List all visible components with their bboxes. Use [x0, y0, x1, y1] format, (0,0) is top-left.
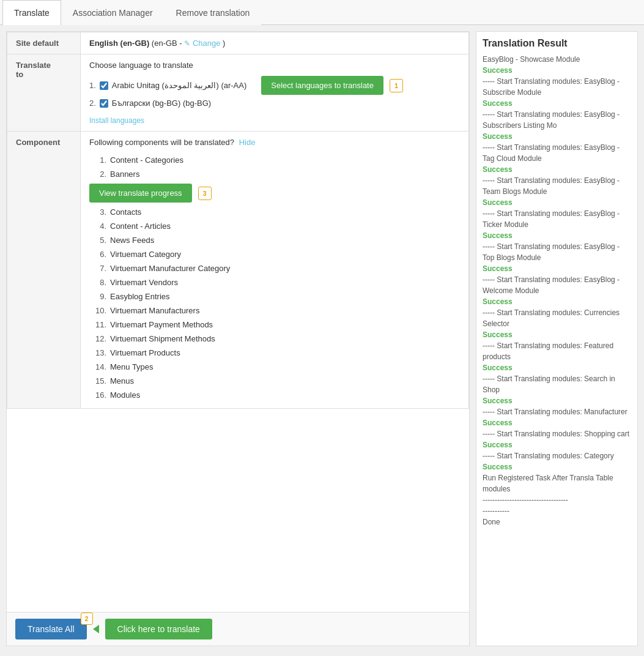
change-link[interactable]: Change: [193, 39, 221, 48]
component-list-item: 10.Virtuemart Manufacturers: [89, 304, 460, 318]
log-line: ----- Start Translating modules: Shoppin…: [483, 428, 631, 439]
translate-to-row: Translateto Choose language to translate…: [7, 54, 469, 132]
site-default-row: Site default English (en-GB) (en-GB - ✎ …: [7, 32, 469, 54]
tab-association-manager[interactable]: Association Manager: [61, 0, 165, 25]
main-layout: Site default English (en-GB) (en-GB - ✎ …: [0, 25, 644, 652]
translate-intro: Choose language to translate: [89, 61, 460, 70]
log-line: Success: [483, 164, 631, 175]
log-line: Success: [483, 65, 631, 76]
log-container: EasyBlog - Showcase ModuleSuccess----- S…: [483, 54, 631, 527]
log-line: ----- Start Translating modules: EasyBlo…: [483, 142, 631, 164]
log-line: Success: [483, 197, 631, 208]
log-line: Success: [483, 131, 631, 142]
log-line: Success: [483, 439, 631, 450]
log-line: ----- Start Translating modules: Search …: [483, 373, 631, 395]
lang-name-1: Arabic Unitag (العربية الموحدة) (ar-AA): [112, 81, 246, 90]
log-line: ----- Start Translating modules: EasyBlo…: [483, 241, 631, 263]
info-table: Site default English (en-GB) (en-GB - ✎ …: [7, 32, 469, 409]
tabs-bar: Translate Association Manager Remove tra…: [0, 0, 644, 25]
log-line: ----- Start Translating modules: EasyBlo…: [483, 208, 631, 230]
log-line: ----- Start Translating modules: EasyBlo…: [483, 109, 631, 131]
arrow-left-icon: [93, 625, 99, 633]
right-panel: Translation Result EasyBlog - Showcase M…: [476, 31, 638, 646]
log-line: Success: [483, 461, 631, 472]
view-progress-wrap: View translate progress 3: [89, 181, 460, 205]
lang-checkbox-2[interactable]: [100, 99, 108, 108]
component-list-item: 3.Contacts: [89, 205, 460, 219]
log-line: Success: [483, 296, 631, 307]
log-line: Success: [483, 230, 631, 241]
component-list-item: 12.Virtuemart Shipment Methods: [89, 332, 460, 346]
translate-to-content: Choose language to translate 1. Arabic U…: [81, 54, 469, 132]
footer-bar: Translate All 2 Click here to translate: [7, 612, 469, 646]
log-line: ----- Start Translating modules: Manufac…: [483, 406, 631, 417]
component-list-item: 5.News Feeds: [89, 233, 460, 247]
left-panel: Site default English (en-GB) (en-GB - ✎ …: [6, 31, 470, 646]
lang-num-1: 1.: [89, 81, 96, 90]
log-line: ----- Start Translating modules: EasyBlo…: [483, 175, 631, 197]
log-line: ----- Start Translating modules: EasyBlo…: [483, 76, 631, 98]
translate-all-button[interactable]: Translate All: [15, 619, 87, 639]
install-languages-link[interactable]: Install languages: [89, 116, 144, 125]
log-line: Run Registered Task After Transla Table …: [483, 472, 631, 494]
component-row: Component Following components will be t…: [7, 132, 469, 409]
component-list-item: 13.Virtuemart Products: [89, 346, 460, 360]
component-list-item: 16.Modules: [89, 388, 460, 402]
lang-num-2: 2.: [89, 99, 96, 108]
tab-translate[interactable]: Translate: [2, 0, 61, 25]
log-line: -----------------------------------: [483, 494, 631, 505]
site-default-suffix: (en-GB -: [152, 39, 184, 48]
badge-2: 2: [81, 613, 93, 625]
language-item-1: 1. Arabic Unitag (العربية الموحدة) (ar-A…: [89, 76, 460, 95]
tab-remove-translation[interactable]: Remove translation: [165, 0, 262, 25]
log-line: ----- Start Translating modules: EasyBlo…: [483, 274, 631, 296]
hide-link[interactable]: Hide: [239, 138, 256, 147]
badge-3: 3: [198, 187, 212, 200]
badge-1: 1: [390, 79, 403, 92]
lang-name-2: Български (bg-BG) (bg-BG): [112, 99, 211, 108]
component-list-item: 1.Content - Categories: [89, 153, 460, 167]
log-line: ----- Start Translating modules: Categor…: [483, 450, 631, 461]
component-list-item: 11.Virtuemart Payment Methods: [89, 318, 460, 332]
lang-checkbox-1[interactable]: [100, 81, 108, 90]
site-default-suffix2: ): [223, 39, 225, 48]
component-label: Component: [7, 132, 81, 409]
language-item-2: 2. Български (bg-BG) (bg-BG): [89, 99, 460, 108]
component-list-item: 15.Menus: [89, 374, 460, 388]
log-line: EasyBlog - Showcase Module: [483, 54, 631, 65]
component-list-item: 2.Banners: [89, 167, 460, 181]
component-list-item: 4.Content - Articles: [89, 219, 460, 233]
component-intro: Following components will be translated?…: [89, 138, 460, 147]
log-line: Success: [483, 329, 631, 340]
translate-all-wrap: Translate All 2: [15, 619, 87, 639]
log-line: Success: [483, 395, 631, 406]
component-list-item: 14.Menu Types: [89, 360, 460, 374]
component-list-item: 9.Easyblog Entries: [89, 289, 460, 304]
site-default-value: English (en-GB) (en-GB - ✎ Change ): [81, 32, 469, 54]
log-line: Success: [483, 263, 631, 274]
translate-to-label: Translateto: [7, 54, 81, 132]
language-list: 1. Arabic Unitag (العربية الموحدة) (ar-A…: [89, 76, 460, 108]
edit-icon: ✎: [184, 39, 190, 48]
table-main: Site default English (en-GB) (en-GB - ✎ …: [7, 32, 469, 612]
log-line: Success: [483, 98, 631, 109]
log-line: Success: [483, 362, 631, 373]
click-here-translate-button[interactable]: Click here to translate: [105, 619, 212, 639]
select-languages-button[interactable]: Select languages to translate: [261, 76, 383, 95]
view-translate-progress-button[interactable]: View translate progress: [89, 184, 192, 203]
component-content: Following components will be translated?…: [81, 132, 469, 409]
log-line: Done: [483, 516, 631, 527]
component-list: 1.Content - Categories2.Banners View tra…: [89, 153, 460, 402]
log-line: ----- Start Translating modules: Feature…: [483, 340, 631, 362]
component-list-item: 6.Virtuemart Category: [89, 247, 460, 261]
translation-result-title: Translation Result: [483, 38, 631, 49]
log-line: Success: [483, 417, 631, 428]
site-default-label: Site default: [7, 32, 81, 54]
log-line: -----------: [483, 505, 631, 516]
component-list-item: 8.Virtuemart Vendors: [89, 275, 460, 289]
component-list-item: 7.Virtuemart Manufacturer Category: [89, 261, 460, 275]
site-default-lang: English (en-GB): [89, 39, 149, 48]
log-line: ----- Start Translating modules: Currenc…: [483, 307, 631, 329]
